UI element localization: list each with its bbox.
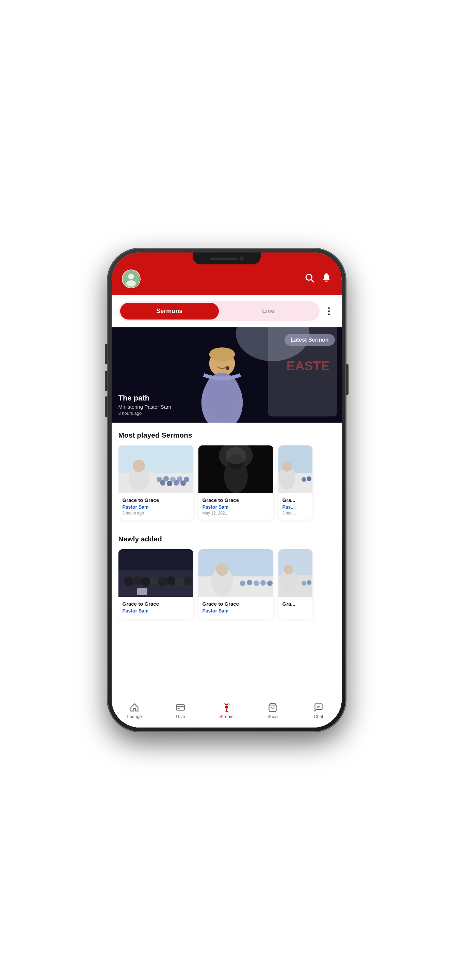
na-card-title-1: Grace to Grace: [122, 601, 189, 607]
nav-chat[interactable]: Chat: [296, 703, 342, 719]
hero-text-block: The path Ministering Pastor Sam 3 hours …: [118, 394, 171, 416]
card-pastor-3: Pas...: [283, 504, 308, 510]
svg-point-45: [150, 576, 159, 585]
svg-point-46: [158, 577, 167, 586]
svg-rect-16: [118, 445, 193, 473]
most-played-title: Most played Sermons: [118, 431, 335, 439]
svg-point-69: [225, 705, 228, 708]
svg-rect-66: [176, 705, 184, 710]
svg-line-4: [311, 280, 313, 282]
card-thumbnail-3: [278, 445, 312, 493]
svg-point-55: [240, 581, 245, 586]
na-card-thumbnail-2: [199, 549, 273, 597]
card-title-3: Gra...: [283, 497, 308, 503]
avatar-image: [122, 270, 140, 288]
svg-point-1: [128, 274, 134, 279]
svg-point-48: [175, 577, 184, 586]
na-card-info-3: Gra...: [278, 597, 312, 612]
card-time-1: 3 hours ago: [122, 511, 189, 515]
phone-notch: [192, 253, 261, 264]
nav-give[interactable]: Give: [157, 703, 203, 719]
most-played-card-3[interactable]: Gra... Pas... 3 hou...: [278, 445, 312, 520]
latest-sermon-badge: Latest Sermon: [285, 334, 335, 346]
give-icon: [176, 703, 185, 712]
svg-rect-52: [199, 576, 273, 597]
svg-point-37: [282, 461, 292, 472]
newly-added-cards-row: Grace to Grace Pastor Sam: [118, 549, 335, 622]
svg-point-12: [209, 347, 235, 361]
nav-lounge-label: Lounge: [127, 714, 141, 719]
svg-point-19: [133, 460, 145, 472]
phone-wrapper: Sermons Live: [108, 248, 346, 732]
nav-stream-label: Stream: [219, 714, 234, 719]
card-title-1: Grace to Grace: [122, 497, 189, 503]
nav-chat-label: Chat: [314, 714, 323, 719]
svg-text:EASTE: EASTE: [286, 359, 329, 373]
card-info-2: Grace to Grace Pastor Sam May 12, 2021: [199, 493, 273, 520]
svg-point-65: [307, 580, 312, 585]
na-card-pastor-1: Pastor Sam: [122, 608, 189, 614]
search-icon[interactable]: [304, 272, 315, 285]
svg-point-59: [267, 581, 273, 586]
svg-point-47: [167, 576, 176, 585]
svg-point-27: [173, 480, 179, 485]
bottom-navigation: Lounge Give: [111, 697, 342, 727]
svg-point-64: [302, 581, 306, 585]
tab-buttons-container: Sermons Live: [118, 301, 319, 321]
svg-point-57: [254, 581, 259, 586]
tab-live[interactable]: Live: [219, 303, 318, 320]
svg-point-25: [160, 480, 165, 485]
most-played-card-2[interactable]: Grace to Grace Pastor Sam May 12, 2021: [199, 445, 273, 520]
svg-point-28: [180, 480, 186, 486]
front-camera: [240, 256, 244, 261]
newly-added-card-2[interactable]: Grace to Grace Pastor Sam: [199, 549, 273, 619]
dot-2: [328, 310, 330, 312]
hero-sermon-time: 3 hours ago: [118, 411, 171, 416]
svg-point-2: [126, 280, 136, 287]
tab-section: Sermons Live: [111, 295, 342, 327]
card-time-2: May 12, 2021: [202, 511, 269, 515]
header-icons: [304, 272, 332, 285]
svg-point-43: [133, 576, 141, 585]
card-pastor-2: Pastor Sam: [202, 504, 269, 510]
card-info-1: Grace to Grace Pastor Sam 3 hours ago: [118, 493, 193, 520]
svg-point-44: [141, 577, 151, 587]
tab-sermons[interactable]: Sermons: [120, 303, 219, 320]
phone-shell: Sermons Live: [108, 248, 346, 732]
hero-pastor-name: Ministering Pastor Sam: [118, 404, 171, 410]
card-info-3: Gra... Pas... 3 hou...: [278, 493, 312, 520]
na-card-thumbnail-1: [118, 549, 193, 597]
svg-point-39: [307, 476, 312, 481]
nav-lounge[interactable]: Lounge: [111, 703, 157, 719]
app-content: Sermons Live: [111, 253, 342, 727]
svg-point-58: [261, 580, 266, 585]
hero-sermon-banner[interactable]: EASTE: [111, 327, 342, 423]
svg-point-26: [167, 481, 172, 486]
svg-rect-68: [178, 708, 180, 709]
na-card-title-3: Gra...: [283, 601, 308, 607]
nav-stream[interactable]: Stream: [203, 703, 250, 719]
dot-3: [328, 313, 330, 315]
more-options-button[interactable]: [323, 305, 335, 317]
shop-icon: [268, 703, 277, 712]
newly-added-card-3[interactable]: Gra...: [278, 549, 312, 619]
card-time-3: 3 hou...: [283, 511, 308, 515]
svg-point-63: [284, 565, 293, 574]
most-played-card-1[interactable]: Grace to Grace Pastor Sam 3 hours ago: [118, 445, 193, 520]
nav-shop[interactable]: Shop: [250, 703, 296, 719]
speaker: [210, 258, 237, 259]
newly-added-section: Newly added: [111, 527, 342, 625]
card-thumbnail-2: [199, 445, 273, 493]
hero-sermon-title: The path: [118, 394, 171, 402]
dot-1: [328, 307, 330, 309]
svg-point-56: [247, 580, 252, 585]
most-played-section: Most played Sermons: [111, 423, 342, 527]
scroll-content: Most played Sermons: [111, 423, 342, 727]
user-avatar[interactable]: [122, 269, 141, 288]
nav-shop-label: Shop: [267, 714, 278, 719]
svg-point-49: [184, 576, 192, 585]
svg-point-38: [302, 477, 306, 482]
card-thumbnail-1: [118, 445, 193, 493]
notification-icon[interactable]: [321, 272, 332, 285]
newly-added-card-1[interactable]: Grace to Grace Pastor Sam: [118, 549, 193, 619]
